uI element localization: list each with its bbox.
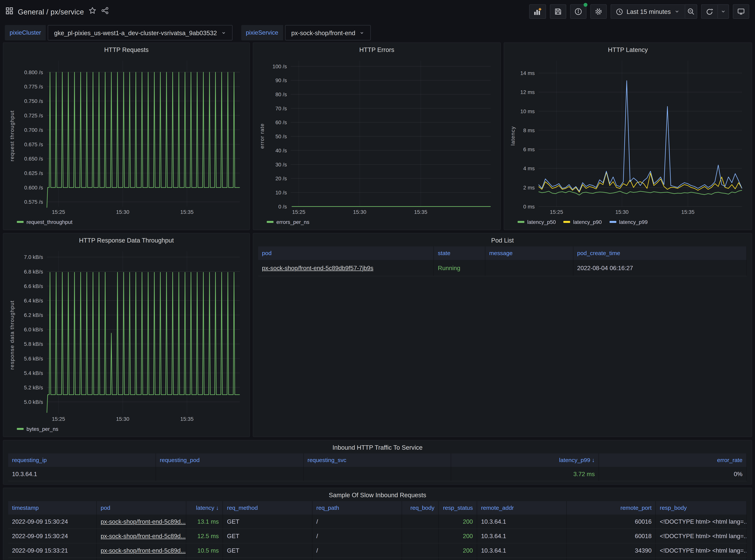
clock-icon bbox=[616, 8, 623, 15]
chevron-down-icon bbox=[221, 30, 226, 35]
column-header-remote_addr[interactable]: remote_addr bbox=[477, 501, 567, 515]
svg-text:0.750 /s: 0.750 /s bbox=[24, 98, 43, 104]
panel-title[interactable]: HTTP Response Data Throughput bbox=[8, 236, 245, 246]
column-header-error_rate[interactable]: error_rate bbox=[599, 454, 747, 467]
legend-swatch bbox=[563, 221, 570, 223]
legend-item-request_throughput[interactable]: request_throughput bbox=[17, 219, 73, 225]
cell-latency: 13.1 ms bbox=[186, 515, 223, 528]
column-header-latency_p99[interactable]: latency_p99 ↓ bbox=[451, 454, 599, 467]
panel-title[interactable]: HTTP Errors bbox=[258, 45, 495, 56]
time-range-picker[interactable]: Last 15 minutes bbox=[611, 4, 684, 19]
add-panel-button[interactable] bbox=[529, 4, 546, 19]
column-header-pod[interactable]: pod bbox=[97, 501, 186, 515]
table-row: 2022-09-09 15:30:24px-sock-shop/front-en… bbox=[8, 529, 747, 543]
variable-pixie-service: pixieService px-sock-shop/front-end bbox=[241, 25, 371, 41]
column-header-pod_create_time[interactable]: pod_create_time bbox=[573, 246, 747, 260]
legend-label: request_throughput bbox=[26, 219, 72, 225]
cell-requesting_svc bbox=[304, 467, 451, 481]
legend-item-latency_p50[interactable]: latency_p50 bbox=[518, 219, 556, 225]
slow-requests-table: timestamppodlatency ↓req_methodreq_pathr… bbox=[8, 501, 747, 560]
pod-link[interactable]: px-sock-shop/front-end-5c89d... bbox=[101, 533, 186, 539]
dashboard-breadcrumb[interactable]: General / px/service bbox=[18, 7, 84, 16]
svg-text:40 /s: 40 /s bbox=[275, 147, 287, 154]
kiosk-mode-button[interactable] bbox=[733, 4, 749, 19]
panel-title[interactable]: Inbound HTTP Traffic To Service bbox=[8, 443, 747, 454]
column-header-requesting_ip[interactable]: requesting_ip bbox=[8, 454, 156, 467]
http-errors-chart[interactable]: 100 /s90 /s80 /s70 /s60 /s50 /s40 /s30 /… bbox=[266, 56, 495, 216]
column-header-req_method[interactable]: req_method bbox=[223, 501, 313, 515]
panel-title[interactable]: Pod List bbox=[258, 236, 747, 246]
star-icon[interactable] bbox=[89, 7, 97, 16]
svg-text:70 /s: 70 /s bbox=[275, 105, 287, 112]
y-axis-label: response data throughput bbox=[8, 246, 16, 423]
legend-label: latency_p90 bbox=[573, 219, 602, 225]
http-response-throughput-chart[interactable]: 7.0 kB/s6.8 kB/s6.6 kB/s6.4 kB/s6.2 kB/s… bbox=[16, 246, 245, 423]
panel-http-response-data-throughput: HTTP Response Data Throughput response d… bbox=[3, 233, 250, 437]
pod-list-table: podstatemessagepod_create_time px-sock-s… bbox=[258, 246, 747, 276]
panel-title[interactable]: HTTP Requests bbox=[8, 45, 245, 56]
http-requests-chart[interactable]: 0.800 /s0.775 /s0.750 /s0.725 /s0.700 /s… bbox=[16, 56, 245, 216]
grafana-dashboard: General / px/service bbox=[0, 0, 755, 560]
dashboard-settings-button[interactable] bbox=[591, 4, 607, 19]
panel-slow-inbound-requests: Sample Of Slow Inbound Requests timestam… bbox=[3, 488, 752, 560]
dashboards-grid-icon[interactable] bbox=[6, 7, 13, 16]
chart-svg: 14 ms12 ms10 ms8 ms6 ms4 ms2 ms0 ms15:25… bbox=[517, 56, 747, 216]
column-header-pod[interactable]: pod bbox=[258, 246, 434, 260]
refresh-interval-dropdown[interactable] bbox=[717, 4, 729, 19]
column-header-requesting_pod[interactable]: requesting_pod bbox=[156, 454, 303, 467]
panel-title[interactable]: HTTP Latency bbox=[509, 45, 747, 56]
chart-svg: 0.800 /s0.775 /s0.750 /s0.725 /s0.700 /s… bbox=[16, 56, 245, 216]
variable-pixie-service-select[interactable]: px-sock-shop/front-end bbox=[285, 25, 371, 41]
legend-item-bytes_per_ns[interactable]: bytes_per_ns bbox=[17, 426, 58, 432]
cell-requesting_ip: 10.3.64.1 bbox=[8, 467, 156, 481]
legend-item-latency_p99[interactable]: latency_p99 bbox=[610, 219, 648, 225]
cell-remote_addr: 10.3.64.1 bbox=[477, 529, 567, 543]
cell-timestamp bbox=[8, 558, 97, 560]
legend-item-latency_p90[interactable]: latency_p90 bbox=[563, 219, 602, 225]
column-header-req_path[interactable]: req_path bbox=[313, 501, 402, 515]
panel-inbound-http-traffic: Inbound HTTP Traffic To Service requesti… bbox=[3, 440, 752, 485]
legend-label: bytes_per_ns bbox=[26, 426, 58, 432]
pod-link[interactable]: px-sock-shop/front-end-5c89d... bbox=[101, 547, 186, 554]
svg-text:2 ms: 2 ms bbox=[523, 185, 535, 191]
column-header-timestamp[interactable]: timestamp bbox=[8, 501, 97, 515]
cell-pod: px-sock-shop/front-end-5c89d... bbox=[97, 543, 186, 557]
svg-text:5.2 kB/s: 5.2 kB/s bbox=[24, 385, 43, 391]
cell-pod: px-sock-shop/front-end-5c89d... bbox=[97, 529, 186, 543]
table-row: 2022-09-09 15:30:24px-sock-shop/front-en… bbox=[8, 515, 747, 529]
y-axis-label: latency bbox=[509, 56, 517, 216]
svg-text:5.6 kB/s: 5.6 kB/s bbox=[24, 356, 43, 362]
refresh-button[interactable] bbox=[701, 4, 717, 19]
column-header-state[interactable]: state bbox=[434, 246, 485, 260]
column-header-resp_body[interactable]: resp_body bbox=[656, 501, 747, 515]
pod-link[interactable]: px-sock-shop/front-end-5c89db9f57-7jb9s bbox=[262, 265, 374, 271]
svg-text:7.0 kB/s: 7.0 kB/s bbox=[24, 254, 43, 260]
column-header-latency[interactable]: latency ↓ bbox=[186, 501, 223, 515]
panel-http-latency: HTTP Latency latency 14 ms12 ms10 ms8 ms… bbox=[504, 42, 752, 230]
http-latency-chart[interactable]: 14 ms12 ms10 ms8 ms6 ms4 ms2 ms0 ms15:25… bbox=[517, 56, 747, 216]
save-dashboard-button[interactable] bbox=[550, 4, 567, 19]
svg-text:0.700 /s: 0.700 /s bbox=[24, 127, 43, 133]
column-header-resp_status[interactable]: resp_status bbox=[439, 501, 477, 515]
variable-value: px-sock-shop/front-end bbox=[291, 29, 355, 36]
legend-label: latency_p99 bbox=[619, 219, 648, 225]
variable-pixie-cluster-select[interactable]: gke_pl-pixies_us-west1-a_dev-cluster-vsr… bbox=[48, 25, 232, 41]
table-body: 2022-09-09 15:30:24px-sock-shop/front-en… bbox=[8, 515, 747, 560]
pod-link[interactable]: px-sock-shop/front-end-5c89d... bbox=[101, 518, 186, 525]
svg-text:14 ms: 14 ms bbox=[520, 70, 535, 76]
y-axis-label: error rate bbox=[258, 56, 265, 216]
legend-item-errors_per_ns[interactable]: errors_per_ns bbox=[267, 219, 310, 225]
svg-text:6 ms: 6 ms bbox=[523, 146, 535, 152]
column-header-message[interactable]: message bbox=[485, 246, 573, 260]
zoom-out-time-button[interactable] bbox=[685, 4, 697, 19]
column-header-remote_port[interactable]: remote_port bbox=[567, 501, 656, 515]
chart-legend: latency_p50latency_p90latency_p99 bbox=[509, 216, 747, 228]
column-header-req_body[interactable]: req_body bbox=[402, 501, 439, 515]
share-icon[interactable] bbox=[101, 7, 109, 16]
panel-title[interactable]: Sample Of Slow Inbound Requests bbox=[8, 491, 747, 501]
dashboard-insights-button[interactable] bbox=[570, 4, 587, 19]
column-header-requesting_svc[interactable]: requesting_svc bbox=[304, 454, 451, 467]
legend-swatch bbox=[610, 221, 616, 223]
svg-text:6.8 kB/s: 6.8 kB/s bbox=[24, 269, 43, 275]
cell-req_path: / bbox=[313, 515, 402, 528]
